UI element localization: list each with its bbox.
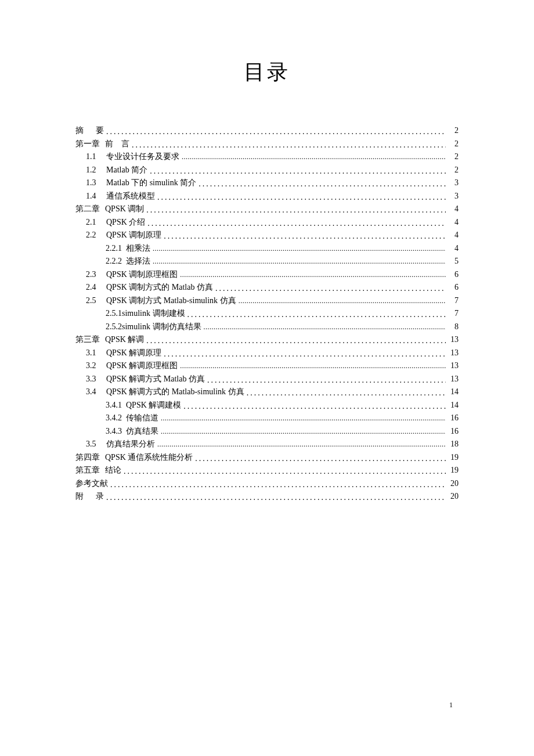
toc-entry-label: QPSK 解调方式的 Matlab-simulink 仿真 <box>106 386 244 399</box>
toc-entry-number: 第四章 <box>75 451 101 465</box>
toc-leader-dots <box>106 124 446 138</box>
toc-entry-page: 3 <box>448 177 459 190</box>
toc-leader-dots <box>204 321 446 334</box>
toc-entry-page: 13 <box>448 333 459 347</box>
toc-entry-label: QPSK 解调原理 <box>106 347 161 360</box>
toc-entry-number: 1.4 <box>86 190 102 203</box>
toc-entry-page: 2 <box>448 124 459 138</box>
toc-entry-page: 18 <box>448 438 459 451</box>
toc-entry-page: 19 <box>448 464 459 477</box>
toc-entry-page: 7 <box>448 307 459 321</box>
toc-entry: 2.2.2 选择法5 <box>75 255 459 268</box>
toc-entry-page: 13 <box>448 347 459 360</box>
toc-entry-number: 3.2 <box>86 359 102 373</box>
toc-entry-label: Matlab 简介 <box>106 164 147 177</box>
toc-entry: 2.1 QPSK 介绍4 <box>75 216 459 229</box>
toc-entry-number: 1.3 <box>86 177 102 190</box>
toc-entry-number: 第一章 <box>75 138 101 151</box>
toc-leader-dots <box>150 164 446 177</box>
toc-entry-number: 3.4.2 <box>106 412 122 425</box>
toc-entry: 2.5.2 simulink 调制仿真结果8 <box>75 321 459 334</box>
toc-entry-number: 第三章 <box>75 333 101 347</box>
toc-entry: 2.3 QPSK 调制原理框图6 <box>75 268 459 282</box>
toc-entry-page: 20 <box>448 490 459 503</box>
toc-entry-page: 4 <box>448 242 459 255</box>
toc-entry-number: 第五章 <box>75 464 101 477</box>
toc-entry-number: 2.3 <box>86 268 102 282</box>
toc-entry-label: 相乘法 <box>126 242 150 255</box>
toc-leader-dots <box>187 307 446 321</box>
toc-entry-page: 16 <box>448 412 459 425</box>
toc-entry-number: 3.5 <box>86 438 102 451</box>
toc-entry: 第四章 QPSK 通信系统性能分析19 <box>75 451 459 465</box>
toc-entry-number: 1.1 <box>86 150 102 164</box>
toc-entry-page: 14 <box>448 399 459 412</box>
toc-entry-page: 4 <box>448 203 459 216</box>
toc-leader-dots <box>207 373 446 386</box>
toc-entry-label: 传输信道 <box>126 412 158 425</box>
toc-entry-number: 3.1 <box>86 347 102 360</box>
toc-list: 摘 要2第一章 前 言21.1 专业设计任务及要求21.2 Matlab 简介2… <box>75 124 459 503</box>
toc-leader-dots <box>182 150 446 164</box>
toc-entry-page: 2 <box>448 164 459 177</box>
toc-entry: 2.5 QPSK 调制方式 Matlab-simulink 仿真7 <box>75 294 459 308</box>
toc-entry-label: 专业设计任务及要求 <box>106 150 179 164</box>
toc-entry-number: 1.2 <box>86 164 102 177</box>
toc-entry-page: 2 <box>448 138 459 151</box>
toc-leader-dots <box>157 438 446 451</box>
toc-entry-label: 通信系统模型 <box>106 190 155 203</box>
toc-leader-dots <box>110 477 446 491</box>
toc-entry-number: 摘 <box>75 124 92 138</box>
toc-entry-label: 仿真结果分析 <box>106 438 155 451</box>
toc-entry-number: 3.4 <box>86 386 102 399</box>
toc-entry-page: 4 <box>448 216 459 229</box>
toc-entry-page: 6 <box>448 281 459 294</box>
toc-entry: 1.4 通信系统模型3 <box>75 190 459 203</box>
toc-leader-dots <box>106 490 446 503</box>
toc-leader-dots <box>161 425 446 438</box>
toc-leader-dots <box>180 268 446 282</box>
toc-entry-label: simulink 调制仿真结果 <box>122 321 201 334</box>
toc-entry: 1.3 Matlab 下的 simulink 简介3 <box>75 177 459 190</box>
toc-leader-dots <box>239 294 446 308</box>
toc-entry: 3.4 QPSK 解调方式的 Matlab-simulink 仿真14 <box>75 386 459 399</box>
toc-entry-page: 6 <box>448 268 459 282</box>
toc-entry-label: QPSK 通信系统性能分析 <box>105 451 193 465</box>
toc-entry: 1.2 Matlab 简介2 <box>75 164 459 177</box>
toc-entry-label: 录 <box>96 490 104 503</box>
toc-entry: 2.2 QPSK 调制原理4 <box>75 229 459 242</box>
toc-entry-number: 2.2.1 <box>106 242 122 255</box>
toc-entry-label: Matlab 下的 simulink 简介 <box>106 177 196 190</box>
toc-leader-dots <box>147 216 446 229</box>
toc-entry-label: simulink 调制建模 <box>122 307 185 321</box>
toc-entry-label: 要 <box>96 124 104 138</box>
toc-leader-dots <box>215 281 446 294</box>
toc-entry: 3.5 仿真结果分析18 <box>75 438 459 451</box>
toc-entry-label: 选择法 <box>126 255 150 268</box>
toc-entry: 3.4.3 仿真结果16 <box>75 425 459 438</box>
toc-entry-label: QPSK 解调建模 <box>126 399 181 412</box>
toc-entry-label: QPSK 解调方式 Matlab 仿真 <box>106 373 205 386</box>
toc-entry: 第二章 QPSK 调制4 <box>75 203 459 216</box>
toc-entry: 第三章 QPSK 解调13 <box>75 333 459 347</box>
toc-entry: 3.4.2 传输信道16 <box>75 412 459 425</box>
toc-entry-number: 第二章 <box>75 203 101 216</box>
toc-entry-page: 13 <box>448 359 459 373</box>
toc-entry-number: 2.5 <box>86 294 102 308</box>
toc-entry-number: 附 <box>75 490 92 503</box>
toc-entry-label: QPSK 解调原理框图 <box>106 359 178 373</box>
toc-entry: 参考文献20 <box>75 477 459 491</box>
toc-entry-number: 2.2.2 <box>106 255 122 268</box>
toc-entry-number: 2.2 <box>86 229 102 242</box>
toc-entry-label: QPSK 调制 <box>105 203 144 216</box>
toc-leader-dots <box>157 190 446 203</box>
toc-leader-dots <box>164 229 446 242</box>
toc-leader-dots <box>195 451 446 465</box>
toc-entry-number: 3.4.3 <box>106 425 122 438</box>
toc-entry-label: QPSK 解调 <box>105 333 144 347</box>
toc-leader-dots <box>164 347 446 360</box>
toc-entry-label: QPSK 调制原理框图 <box>106 268 178 282</box>
toc-leader-dots <box>146 203 446 216</box>
toc-entry-number: 3.4.1 <box>106 399 122 412</box>
toc-entry: 3.1 QPSK 解调原理13 <box>75 347 459 360</box>
